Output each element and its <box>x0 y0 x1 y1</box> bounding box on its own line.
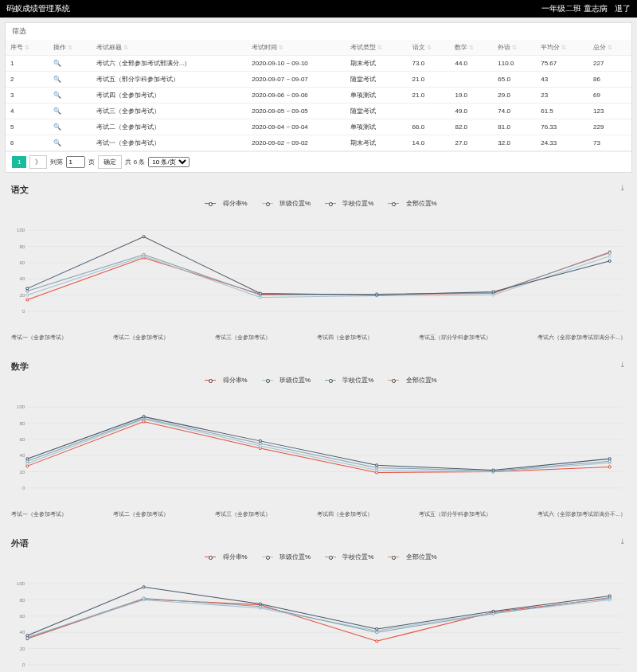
data-point[interactable] <box>492 610 494 612</box>
view-icon[interactable]: 🔍 <box>49 56 92 72</box>
cell: 3 <box>6 88 49 104</box>
cell: 5 <box>6 119 49 135</box>
column-header[interactable]: 总分⇅ <box>588 40 631 56</box>
cell: 1 <box>6 56 49 72</box>
logout-link[interactable]: 退了 <box>615 4 631 13</box>
column-header[interactable]: 外语⇅ <box>493 40 536 56</box>
column-header[interactable]: 操作⇅ <box>49 40 92 56</box>
column-header[interactable]: 考试标题⇅ <box>92 40 248 56</box>
legend-item[interactable]: 全部位置% <box>383 553 436 561</box>
data-point[interactable] <box>376 631 378 634</box>
legend-item[interactable]: 得分率% <box>200 377 247 384</box>
column-header[interactable]: 数学⇅ <box>450 40 493 56</box>
app-header: 码蚁成绩管理系统 一年级二班 童志病 退了 <box>0 0 637 18</box>
cell: 81.0 <box>493 119 536 135</box>
scores-table: 序号⇅操作⇅考试标题⇅考试时间⇅考试类型⇅语文⇅数学⇅外语⇅平均分⇅总分⇅ 1🔍… <box>6 40 631 151</box>
data-point[interactable] <box>26 635 29 637</box>
filter-button[interactable]: 筛选 <box>6 23 631 40</box>
legend-item[interactable]: 学校位置% <box>320 377 373 384</box>
legend-item[interactable]: 学校位置% <box>320 553 373 561</box>
class-info-link[interactable]: 一年级二班 童志病 <box>541 4 608 13</box>
legend-item[interactable]: 班级位置% <box>257 377 311 384</box>
view-icon[interactable]: 🔍 <box>49 119 92 135</box>
chart-box: ⤓数学 得分率% 班级位置% 学校位置% 全部位置%020406080100考试… <box>5 354 632 526</box>
cell: 单项测试 <box>346 119 408 135</box>
cell: 14.0 <box>408 135 451 151</box>
column-header[interactable]: 考试类型⇅ <box>346 40 408 56</box>
download-icon[interactable]: ⤓ <box>619 184 626 192</box>
data-point[interactable] <box>608 458 611 460</box>
data-point[interactable] <box>143 253 145 256</box>
cell: 21.0 <box>408 88 451 104</box>
data-point[interactable] <box>26 294 29 296</box>
column-header[interactable]: 考试时间⇅ <box>247 40 345 56</box>
series-line <box>27 256 609 298</box>
column-header[interactable]: 序号⇅ <box>6 40 49 56</box>
column-header[interactable]: 语文⇅ <box>408 40 451 56</box>
legend-item[interactable]: 得分率% <box>200 200 247 207</box>
data-point[interactable] <box>143 236 145 238</box>
legend: 得分率% 班级位置% 学校位置% 全部位置% <box>11 376 626 385</box>
cell: 考试六（全部参加考试部满分...） <box>92 56 248 72</box>
column-header[interactable]: 平均分⇅ <box>536 40 588 56</box>
page-input[interactable] <box>66 156 85 168</box>
view-icon[interactable]: 🔍 <box>49 135 92 151</box>
data-point[interactable] <box>608 595 611 597</box>
data-point[interactable] <box>376 640 378 643</box>
view-icon[interactable]: 🔍 <box>49 88 92 104</box>
data-point[interactable] <box>376 628 378 631</box>
page-go-button[interactable]: 确定 <box>98 155 122 169</box>
data-point[interactable] <box>26 299 29 301</box>
data-point[interactable] <box>376 464 378 467</box>
cell: 考试一（全参加考试） <box>92 135 248 151</box>
data-point[interactable] <box>26 287 29 290</box>
view-icon[interactable]: 🔍 <box>49 104 92 119</box>
svg-text:20: 20 <box>20 292 25 298</box>
legend-item[interactable]: 班级位置% <box>257 200 311 207</box>
data-point[interactable] <box>608 255 611 257</box>
legend-item[interactable]: 全部位置% <box>383 377 436 384</box>
cell <box>450 72 493 88</box>
legend-item[interactable]: 全部位置% <box>383 200 436 207</box>
svg-text:80: 80 <box>20 597 25 603</box>
x-label: 考试六（全部参加考试部满分不...） <box>537 510 626 518</box>
cell: 86 <box>588 72 631 88</box>
data-point[interactable] <box>608 466 611 468</box>
legend-item[interactable]: 班级位置% <box>257 553 311 561</box>
data-point[interactable] <box>143 586 145 588</box>
series-line <box>27 252 609 300</box>
data-point[interactable] <box>143 416 145 418</box>
cell: 2020-09-04 ~ 09-04 <box>247 119 345 135</box>
download-icon[interactable]: ⤓ <box>619 361 626 369</box>
cell <box>408 104 451 119</box>
x-label: 考试三（全参加考试） <box>215 334 271 342</box>
data-point[interactable] <box>376 294 378 296</box>
view-icon[interactable]: 🔍 <box>49 72 92 88</box>
page-next-button[interactable]: 》 <box>29 155 47 169</box>
legend-item[interactable]: 得分率% <box>200 553 247 561</box>
cell: 32.0 <box>493 135 536 151</box>
x-label: 考试一（全参加考试） <box>11 334 67 342</box>
data-point[interactable] <box>143 597 145 600</box>
data-point[interactable] <box>608 260 611 262</box>
cell: 随堂考试 <box>346 104 408 119</box>
chart-svg: 020406080100 <box>11 565 626 672</box>
svg-text:40: 40 <box>20 452 25 458</box>
data-point[interactable] <box>26 458 29 460</box>
per-page-select[interactable]: 10 条/页 <box>148 157 190 167</box>
x-axis-labels: 考试一（全参加考试）考试二（全参加考试）考试三（全参加考试）考试四（全参加考试）… <box>11 332 626 343</box>
legend-item[interactable]: 学校位置% <box>320 200 373 207</box>
cell: 考试五（部分学科参加考试） <box>92 72 248 88</box>
data-point[interactable] <box>492 291 494 293</box>
legend: 得分率% 班级位置% 学校位置% 全部位置% <box>11 553 626 561</box>
cell: 123 <box>588 104 631 119</box>
svg-text:60: 60 <box>20 613 25 619</box>
svg-text:0: 0 <box>22 662 25 667</box>
data-point[interactable] <box>259 292 261 295</box>
page-1-button[interactable]: 1 <box>12 156 26 168</box>
data-point[interactable] <box>492 469 494 471</box>
data-point[interactable] <box>259 603 261 605</box>
data-point[interactable] <box>259 440 261 442</box>
data-point[interactable] <box>608 252 611 254</box>
download-icon[interactable]: ⤓ <box>619 537 626 545</box>
